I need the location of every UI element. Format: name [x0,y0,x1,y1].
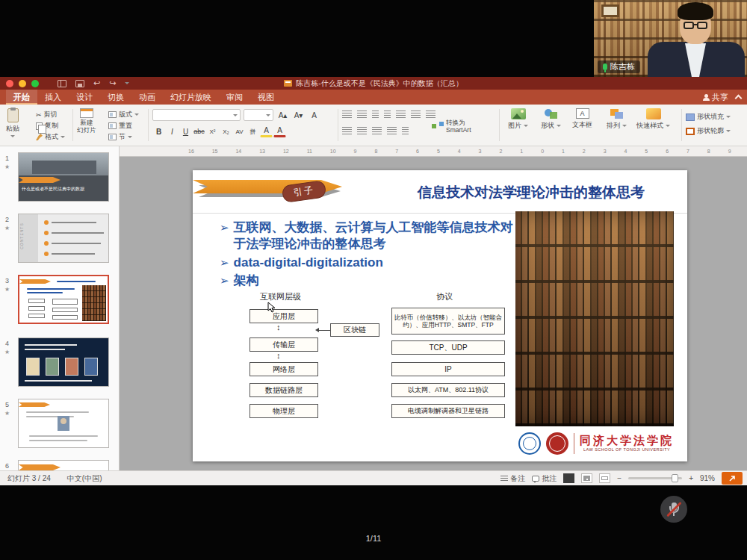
tab-home[interactable]: 开始 [6,90,37,105]
language-indicator[interactable]: 中文(中国) [67,473,102,484]
subscript-button[interactable]: X₂ [220,125,232,137]
share-button[interactable]: 共享 [703,92,728,103]
network-layers-diagram[interactable]: 互联网层级 协议 应用层 ↕ 传输层 ↕ 网络层 数据链路层 物理层 区块链 比… [244,291,557,449]
minimize-window-button[interactable] [19,80,26,87]
layer-box-transport[interactable]: 传输层 [249,337,318,352]
text-highlight-button[interactable]: A [260,125,273,137]
layer-box-application[interactable]: 应用层 [249,309,318,323]
line-spacing-button[interactable] [396,111,406,118]
save-icon[interactable] [75,80,84,87]
italic-button[interactable]: I [166,125,179,137]
layer-box-datalink[interactable]: 数据链路层 [249,383,318,397]
current-slide[interactable]: 引子 信息技术对法学理论冲击的整体思考 ➢ 互联网、大数据、云计算与人工智能等信… [193,170,687,461]
slide-thumbnail-3-selected[interactable] [18,275,109,324]
text-direction-button[interactable] [411,111,421,118]
align-center-button[interactable] [357,127,367,134]
quick-styles-button[interactable]: 快速样式 [636,108,670,131]
slide-sorter-view-button[interactable] [581,473,592,483]
tab-animations[interactable]: 动画 [131,90,163,105]
tab-insert[interactable]: 插入 [37,90,69,105]
slide-ribbon-decoration[interactable]: 引子 [193,178,356,205]
convert-smartart-button[interactable]: 转换为SmartArt [432,119,471,134]
font-name-select[interactable] [152,109,241,121]
shape-outline-button[interactable]: 形状轮廓 [686,126,731,136]
zoom-window-button[interactable] [31,80,39,87]
protocol-box-4[interactable]: 以太网、ATM、802.11协议 [391,383,505,397]
format-painter-button[interactable]: 格式 [36,132,65,142]
mute-microphone-button[interactable] [660,496,687,523]
align-text-button[interactable] [402,127,409,134]
tab-view[interactable]: 视图 [250,90,282,105]
strikethrough-button[interactable]: abc [193,125,205,137]
webcam-video[interactable]: 陈吉栋 [594,0,747,77]
slide-title[interactable]: 信息技术对法学理论冲击的整体思考 [381,183,681,202]
slide-thumbnail-4[interactable] [18,337,109,387]
layer-box-physical[interactable]: 物理层 [249,404,318,418]
picture-button[interactable]: 图片 [508,108,528,131]
bullet-list[interactable]: ➢ 互联网、大数据、云计算与人工智能等信息技术对于法学理论冲击的整体思考 ➢ d… [220,220,515,291]
protocol-box-3[interactable]: IP [391,362,505,376]
section-button[interactable]: 节 [108,132,139,142]
tab-slideshow[interactable]: 幻灯片放映 [163,90,219,105]
grow-font-button[interactable]: A▴ [276,109,289,121]
character-spacing-button[interactable]: AV [233,125,246,137]
clear-formatting-button[interactable]: A [308,109,320,121]
increase-indent-button[interactable] [384,111,391,118]
font-size-select[interactable] [244,109,273,121]
align-left-button[interactable] [342,127,352,134]
reset-button[interactable]: 重置 [108,121,139,131]
layer-box-network[interactable]: 网络层 [249,362,318,376]
blockchain-box[interactable]: 区块链 [330,323,379,337]
superscript-button[interactable]: X² [206,125,219,137]
comments-button[interactable]: 批注 [532,473,557,484]
columns-button[interactable] [426,111,436,118]
undo-icon[interactable]: ↩ [93,79,100,87]
zoom-slider-knob[interactable] [672,474,678,482]
bold-button[interactable]: B [152,125,165,137]
slide-canvas[interactable]: 引子 信息技术对法学理论冲击的整体思考 ➢ 互联网、大数据、云计算与人工智能等信… [120,157,747,470]
font-color-button[interactable]: A [273,125,286,137]
paste-button[interactable]: 粘贴 [6,108,19,137]
decrease-indent-button[interactable] [372,111,379,118]
align-right-button[interactable] [372,127,382,134]
shrink-font-button[interactable]: A▾ [292,109,305,121]
numbering-button[interactable] [357,111,367,118]
close-window-button[interactable] [6,80,13,87]
notes-button[interactable]: 备注 [500,473,525,484]
bullets-button[interactable] [342,111,352,118]
justify-button[interactable] [387,127,397,134]
protocol-box-5[interactable]: 电缆调制解调器和卫星链路 [391,404,505,418]
start-slideshow-button[interactable] [722,472,743,485]
tab-design[interactable]: 设计 [69,90,100,105]
zoom-percentage[interactable]: 91% [700,474,715,482]
arrange-button[interactable]: 排列 [607,108,627,131]
shape-fill-button[interactable]: 形状填充 [686,112,731,122]
phonetic-guide-button[interactable]: 拼 [247,125,259,137]
protocol-box-2[interactable]: TCP、UDP [391,340,505,355]
horizontal-ruler[interactable]: 16 15 14 13 12 11 10 9 8 7 6 5 4 3 2 1 0… [120,146,747,157]
underline-button[interactable]: U [179,125,192,137]
slide-thumbnail-1[interactable]: 什么是或者不是民法典中的数据 [18,152,109,202]
layout-button[interactable]: 版式 [108,110,139,119]
toggle-sidebar-icon[interactable] [58,80,66,87]
tab-transitions[interactable]: 切换 [100,90,131,105]
zoom-in-button[interactable]: + [689,474,693,482]
slide-thumbnail-6[interactable] [18,460,109,470]
normal-view-button[interactable] [563,473,574,483]
redo-icon[interactable]: ↪ [109,79,116,87]
reading-view-button[interactable] [599,473,610,483]
university-logos[interactable]: 同济大学法学院 LAW SCHOOL OF TONGJI UNIVERSITY [518,432,674,455]
textbox-button[interactable]: A 文本框 [572,108,592,130]
copy-button[interactable]: 复制 [36,121,65,131]
zoom-slider[interactable] [628,477,682,479]
zoom-out-button[interactable]: − [617,474,622,482]
slide-thumbnail-5[interactable] [18,399,109,448]
new-slide-button[interactable]: 新建幻灯片 [77,108,96,134]
customize-toolbar-caret-icon[interactable] [125,82,129,84]
cut-button[interactable]: ✂ 剪切 [36,110,65,119]
shapes-button[interactable]: 形状 [541,108,561,131]
tab-review[interactable]: 审阅 [219,90,250,105]
protocol-box-1[interactable]: 比特币（价值转移）、以太坊（智能合约）、应用HTTP、SMTP、FTP [391,308,505,335]
collapse-ribbon-icon[interactable] [735,95,743,102]
bookshelf-image[interactable] [515,211,674,426]
